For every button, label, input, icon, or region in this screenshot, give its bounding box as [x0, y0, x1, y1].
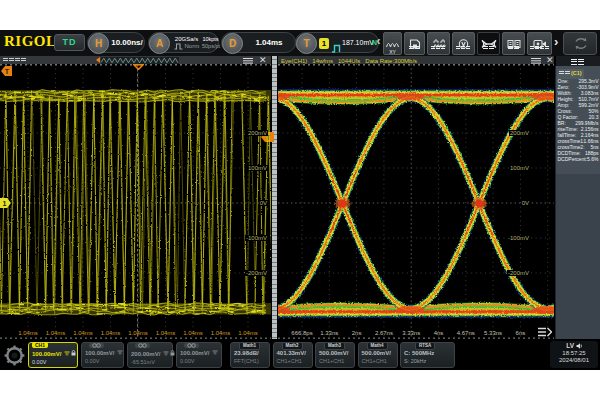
svg-text:1: 1	[3, 200, 7, 207]
svg-text:T: T	[5, 68, 10, 75]
